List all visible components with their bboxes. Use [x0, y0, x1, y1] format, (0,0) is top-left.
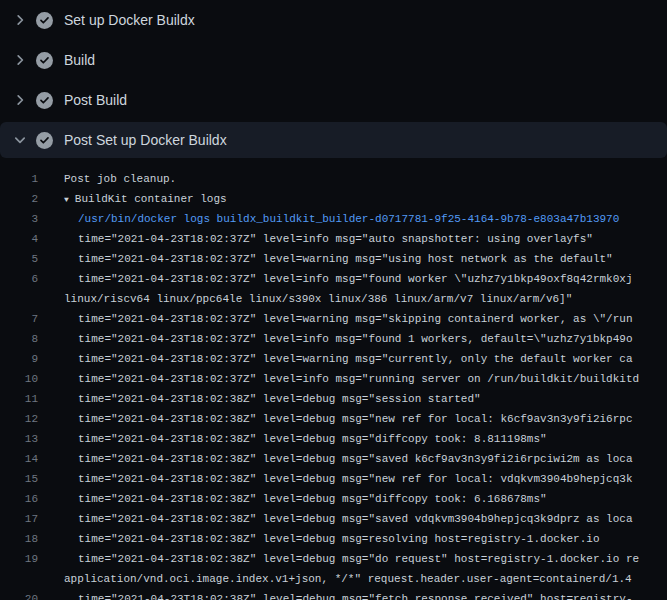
log-line-text: ▼time="2021-04-23T18:02:37Z" level=info …	[38, 229, 667, 249]
log-line-message: time="2021-04-23T18:02:37Z" level=info m…	[78, 273, 633, 285]
line-number-link[interactable]: 6	[0, 269, 38, 289]
line-number-link[interactable]: 7	[0, 309, 38, 329]
line-number-link[interactable]: 16	[0, 489, 38, 509]
line-number-link[interactable]: 10	[0, 369, 38, 389]
log-line-text: ▼time="2021-04-23T18:02:38Z" level=debug…	[38, 449, 667, 469]
chevron-right-icon	[12, 12, 28, 28]
log-continuation-line: ▼linux/riscv64 linux/ppc64le linux/s390x…	[0, 289, 667, 309]
line-number-link[interactable]: 9	[0, 349, 38, 369]
log-line-message: time="2021-04-23T18:02:38Z" level=debug …	[78, 493, 547, 505]
chevron-right-icon	[12, 92, 28, 108]
log-line: 17 ▼time="2021-04-23T18:02:38Z" level=de…	[0, 509, 667, 529]
line-number-link	[0, 289, 38, 309]
line-number-link[interactable]: 19	[0, 549, 38, 569]
log-line-text[interactable]: ▼BuildKit container logs	[38, 189, 667, 209]
line-number-link[interactable]: 8	[0, 329, 38, 349]
step-label: Post Build	[64, 92, 127, 108]
log-line-text: ▼time="2021-04-23T18:02:38Z" level=debug…	[38, 589, 667, 600]
log-command-line: 3 ▼/usr/bin/docker logs buildx_buildkit_…	[0, 209, 667, 229]
log-line: 1 ▼Post job cleanup.	[0, 169, 667, 189]
log-continuation-line: ▼application/vnd.oci.image.index.v1+json…	[0, 569, 667, 589]
log-line-message: BuildKit container logs	[75, 193, 227, 205]
log-line-text: ▼time="2021-04-23T18:02:37Z" level=warni…	[38, 249, 667, 269]
log-line-message: time="2021-04-23T18:02:37Z" level=info m…	[78, 373, 639, 385]
line-number-link[interactable]: 15	[0, 469, 38, 489]
log-line-text: ▼linux/riscv64 linux/ppc64le linux/s390x…	[38, 289, 667, 309]
log-line-text: ▼time="2021-04-23T18:02:37Z" level=warni…	[38, 309, 667, 329]
log-line-text: ▼time="2021-04-23T18:02:38Z" level=debug…	[38, 529, 667, 549]
log-line-message: time="2021-04-23T18:02:37Z" level=info m…	[78, 233, 593, 245]
log-line-message: time="2021-04-23T18:02:37Z" level=warnin…	[78, 253, 613, 265]
line-number-link[interactable]: 14	[0, 449, 38, 469]
log-line-text: ▼time="2021-04-23T18:02:38Z" level=debug…	[38, 489, 667, 509]
log-line-message: time="2021-04-23T18:02:38Z" level=debug …	[78, 433, 547, 445]
line-number-link[interactable]: 17	[0, 509, 38, 529]
log-line-text: ▼Post job cleanup.	[38, 169, 667, 189]
log-line: 14 ▼time="2021-04-23T18:02:38Z" level=de…	[0, 449, 667, 469]
step-label: Post Set up Docker Buildx	[64, 132, 227, 148]
line-number-link[interactable]: 18	[0, 529, 38, 549]
log-line-message: time="2021-04-23T18:02:38Z" level=debug …	[78, 453, 633, 465]
actions-log-panel: Set up Docker Buildx Build Post Build	[0, 0, 667, 600]
line-number-link[interactable]: 3	[0, 209, 38, 229]
log-line-text: ▼application/vnd.oci.image.index.v1+json…	[38, 569, 667, 589]
check-circle-icon	[36, 52, 53, 69]
log-line: 11 ▼time="2021-04-23T18:02:38Z" level=de…	[0, 389, 667, 409]
log-line-message: time="2021-04-23T18:02:38Z" level=debug …	[78, 513, 633, 525]
log-line-text: ▼time="2021-04-23T18:02:38Z" level=debug…	[38, 389, 667, 409]
log-line-text: ▼time="2021-04-23T18:02:38Z" level=debug…	[38, 469, 667, 489]
log-line-message: /usr/bin/docker logs buildx_buildkit_bui…	[78, 213, 619, 225]
log-line: 9 ▼time="2021-04-23T18:02:37Z" level=war…	[0, 349, 667, 369]
step-label: Build	[64, 52, 95, 68]
step-list: Set up Docker Buildx Build Post Build	[0, 0, 667, 158]
step-label: Set up Docker Buildx	[64, 12, 195, 28]
chevron-right-icon	[12, 52, 28, 68]
line-number-link[interactable]: 5	[0, 249, 38, 269]
line-number-link[interactable]: 11	[0, 389, 38, 409]
log-area: 1 ▼Post job cleanup. 2 ▼BuildKit contain…	[0, 160, 667, 600]
line-number-link[interactable]: 1	[0, 169, 38, 189]
line-number-link[interactable]: 20	[0, 589, 38, 600]
log-line-message: time="2021-04-23T18:02:38Z" level=debug …	[78, 413, 633, 425]
log-line: 8 ▼time="2021-04-23T18:02:37Z" level=inf…	[0, 329, 667, 349]
log-line-message: time="2021-04-23T18:02:38Z" level=debug …	[78, 533, 600, 545]
log-line-message: time="2021-04-23T18:02:37Z" level=warnin…	[78, 353, 633, 365]
line-number-link[interactable]: 13	[0, 429, 38, 449]
log-line: 16 ▼time="2021-04-23T18:02:38Z" level=de…	[0, 489, 667, 509]
step-row-post-set-up-docker-buildx[interactable]: Post Set up Docker Buildx	[0, 122, 667, 158]
log-line: 7 ▼time="2021-04-23T18:02:37Z" level=war…	[0, 309, 667, 329]
log-line-text: ▼time="2021-04-23T18:02:38Z" level=debug…	[38, 549, 667, 569]
log-line: 20 ▼time="2021-04-23T18:02:38Z" level=de…	[0, 589, 667, 600]
log-line-text: ▼time="2021-04-23T18:02:37Z" level=info …	[38, 269, 667, 289]
log-line-message: time="2021-04-23T18:02:38Z" level=debug …	[78, 393, 481, 405]
step-row-post-build[interactable]: Post Build	[0, 80, 667, 120]
log-line-message: Post job cleanup.	[64, 173, 176, 185]
log-line-message: time="2021-04-23T18:02:37Z" level=warnin…	[78, 313, 633, 325]
log-line: 5 ▼time="2021-04-23T18:02:37Z" level=war…	[0, 249, 667, 269]
log-line-text: ▼time="2021-04-23T18:02:38Z" level=debug…	[38, 509, 667, 529]
log-line: 6 ▼time="2021-04-23T18:02:37Z" level=inf…	[0, 269, 667, 289]
log-line: 13 ▼time="2021-04-23T18:02:38Z" level=de…	[0, 429, 667, 449]
line-number-link[interactable]: 12	[0, 409, 38, 429]
log-line: 18 ▼time="2021-04-23T18:02:38Z" level=de…	[0, 529, 667, 549]
step-row-build[interactable]: Build	[0, 40, 667, 80]
log-line-message: time="2021-04-23T18:02:38Z" level=debug …	[78, 473, 633, 485]
check-circle-icon	[36, 132, 53, 149]
log-line-text: ▼time="2021-04-23T18:02:37Z" level=warni…	[38, 349, 667, 369]
line-number-link[interactable]: 2	[0, 189, 38, 209]
check-circle-icon	[36, 12, 53, 29]
chevron-down-icon	[12, 132, 28, 148]
log-line-message: time="2021-04-23T18:02:38Z" level=debug …	[78, 593, 633, 600]
log-line-message: linux/riscv64 linux/ppc64le linux/s390x …	[64, 293, 572, 305]
line-number-link[interactable]: 4	[0, 229, 38, 249]
log-line-message: application/vnd.oci.image.index.v1+json,…	[64, 573, 632, 585]
log-line: 19 ▼time="2021-04-23T18:02:38Z" level=de…	[0, 549, 667, 569]
log-group-line: 2 ▼BuildKit container logs	[0, 189, 667, 209]
step-row-set-up-docker-buildx[interactable]: Set up Docker Buildx	[0, 0, 667, 40]
triangle-down-icon: ▼	[64, 195, 69, 204]
log-line-text: ▼time="2021-04-23T18:02:38Z" level=debug…	[38, 429, 667, 449]
log-line-text: ▼time="2021-04-23T18:02:37Z" level=info …	[38, 369, 667, 389]
log-line: 4 ▼time="2021-04-23T18:02:37Z" level=inf…	[0, 229, 667, 249]
log-line: 10 ▼time="2021-04-23T18:02:37Z" level=in…	[0, 369, 667, 389]
log-line: 12 ▼time="2021-04-23T18:02:38Z" level=de…	[0, 409, 667, 429]
